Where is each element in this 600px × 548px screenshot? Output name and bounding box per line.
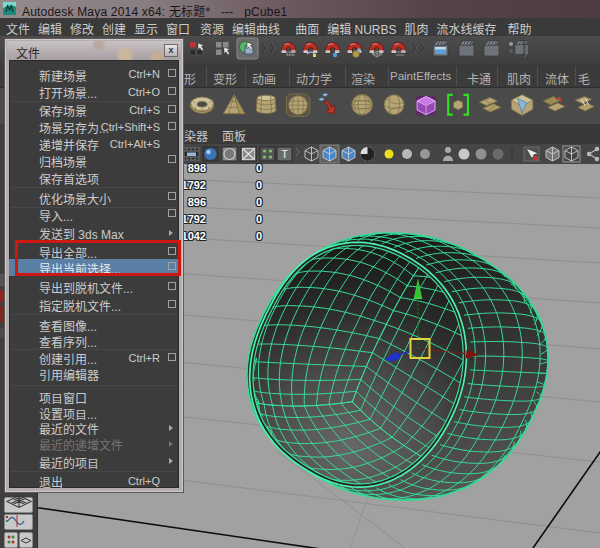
svg-text:T: T bbox=[281, 148, 288, 160]
